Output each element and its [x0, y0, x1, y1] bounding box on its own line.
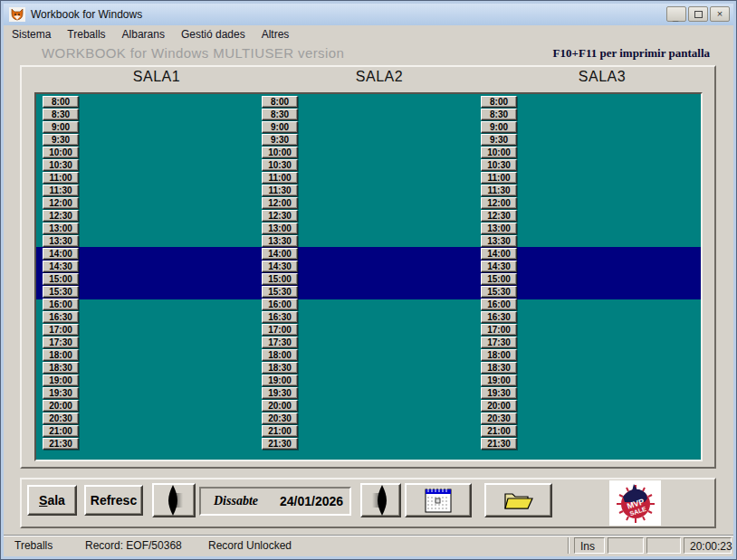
- time-button[interactable]: 11:00: [262, 172, 298, 184]
- sala-button[interactable]: Sala: [27, 485, 77, 516]
- time-button[interactable]: 15:00: [481, 273, 517, 285]
- time-button[interactable]: 12:00: [481, 197, 517, 209]
- time-button[interactable]: 12:30: [43, 210, 79, 222]
- time-button[interactable]: 21:30: [43, 438, 79, 450]
- time-button[interactable]: 11:30: [43, 185, 79, 196]
- time-button[interactable]: 16:30: [262, 311, 298, 323]
- close-button[interactable]: ×: [710, 6, 730, 22]
- time-button[interactable]: 16:00: [43, 299, 79, 310]
- menu-treballs[interactable]: Treballs: [59, 26, 113, 43]
- time-button[interactable]: 16:30: [43, 311, 79, 323]
- time-button[interactable]: 13:00: [43, 223, 79, 234]
- time-button[interactable]: 20:00: [481, 400, 517, 412]
- time-button[interactable]: 14:00: [43, 248, 79, 260]
- time-button[interactable]: 12:00: [262, 197, 298, 209]
- time-button[interactable]: 15:30: [481, 286, 517, 298]
- time-button[interactable]: 8:00: [262, 96, 298, 108]
- time-button[interactable]: 18:30: [481, 362, 517, 374]
- next-day-button[interactable]: [360, 483, 401, 517]
- time-button[interactable]: 11:00: [43, 172, 79, 184]
- time-button[interactable]: 19:30: [262, 387, 298, 399]
- title-bar[interactable]: Workbook for Windows _ ×: [4, 4, 733, 25]
- time-button[interactable]: 20:30: [43, 413, 79, 424]
- time-button[interactable]: 16:30: [481, 311, 517, 323]
- time-button[interactable]: 10:00: [481, 147, 517, 158]
- menu-altres[interactable]: Altres: [254, 26, 298, 43]
- time-button[interactable]: 12:30: [262, 210, 298, 222]
- time-button[interactable]: 19:30: [481, 387, 517, 399]
- time-button[interactable]: 19:00: [43, 375, 79, 386]
- time-button[interactable]: 9:30: [262, 134, 298, 146]
- time-button[interactable]: 21:00: [43, 425, 79, 437]
- time-button[interactable]: 9:30: [43, 134, 79, 146]
- time-button[interactable]: 13:00: [262, 223, 298, 234]
- time-button[interactable]: 18:00: [43, 349, 79, 361]
- time-button[interactable]: 14:00: [262, 248, 298, 260]
- time-button[interactable]: 8:30: [481, 109, 517, 120]
- time-button[interactable]: 11:30: [481, 185, 517, 196]
- menu-gestió-dades[interactable]: Gestió dades: [173, 26, 254, 43]
- time-button[interactable]: 19:00: [262, 375, 298, 386]
- time-button[interactable]: 12:00: [43, 197, 79, 209]
- time-button[interactable]: 15:30: [262, 286, 298, 298]
- time-button[interactable]: 11:30: [262, 185, 298, 196]
- time-button[interactable]: 9:00: [481, 121, 517, 133]
- time-button[interactable]: 19:00: [481, 375, 517, 386]
- time-button[interactable]: 10:30: [481, 159, 517, 171]
- menu-albarans[interactable]: Albarans: [114, 26, 173, 43]
- time-button[interactable]: 20:00: [43, 400, 79, 412]
- time-button[interactable]: 10:30: [43, 159, 79, 171]
- time-button[interactable]: 13:30: [481, 235, 517, 247]
- prev-day-button[interactable]: [152, 483, 196, 517]
- time-button[interactable]: 11:00: [481, 172, 517, 184]
- current-time-band: [36, 247, 701, 299]
- time-button[interactable]: 16:00: [262, 299, 298, 310]
- time-button[interactable]: 20:30: [262, 413, 298, 424]
- time-button[interactable]: 20:00: [262, 400, 298, 412]
- time-button[interactable]: 13:00: [481, 223, 517, 234]
- time-button[interactable]: 14:30: [481, 261, 517, 272]
- time-button[interactable]: 18:00: [262, 349, 298, 361]
- time-button[interactable]: 13:30: [262, 235, 298, 247]
- time-button[interactable]: 18:30: [43, 362, 79, 374]
- time-button[interactable]: 14:00: [481, 248, 517, 260]
- time-button[interactable]: 18:00: [481, 349, 517, 361]
- time-button[interactable]: 15:00: [262, 273, 298, 285]
- time-button[interactable]: 19:30: [43, 387, 79, 399]
- time-button[interactable]: 17:30: [262, 337, 298, 348]
- time-button[interactable]: 14:30: [43, 261, 79, 272]
- minimize-button[interactable]: _: [666, 6, 686, 22]
- refresc-button[interactable]: Refresc: [84, 485, 143, 516]
- time-button[interactable]: 14:30: [262, 261, 298, 272]
- maximize-button[interactable]: [688, 6, 708, 22]
- time-button[interactable]: 21:30: [262, 438, 298, 450]
- time-button[interactable]: 10:30: [262, 159, 298, 171]
- time-button[interactable]: 10:00: [43, 147, 79, 158]
- time-button[interactable]: 13:30: [43, 235, 79, 247]
- time-button[interactable]: 17:30: [43, 337, 79, 348]
- time-button[interactable]: 16:00: [481, 299, 517, 310]
- calendar-button[interactable]: [405, 483, 472, 517]
- time-button[interactable]: 21:00: [262, 425, 298, 437]
- time-button[interactable]: 8:00: [43, 96, 79, 108]
- time-button[interactable]: 17:00: [262, 324, 298, 336]
- time-button[interactable]: 20:30: [481, 413, 517, 424]
- time-button[interactable]: 18:30: [262, 362, 298, 374]
- time-button[interactable]: 15:00: [43, 273, 79, 285]
- time-button[interactable]: 8:30: [43, 109, 79, 120]
- time-button[interactable]: 17:30: [481, 337, 517, 348]
- time-button[interactable]: 9:00: [43, 121, 79, 133]
- time-button[interactable]: 9:30: [481, 134, 517, 146]
- menu-sistema[interactable]: Sistema: [4, 26, 59, 43]
- time-button[interactable]: 10:00: [262, 147, 298, 158]
- time-button[interactable]: 21:00: [481, 425, 517, 437]
- open-folder-button[interactable]: [484, 483, 552, 517]
- time-button[interactable]: 15:30: [43, 286, 79, 298]
- time-button[interactable]: 12:30: [481, 210, 517, 222]
- time-button[interactable]: 8:00: [481, 96, 517, 108]
- time-button[interactable]: 8:30: [262, 109, 298, 120]
- time-button[interactable]: 17:00: [481, 324, 517, 336]
- time-button[interactable]: 21:30: [481, 438, 517, 450]
- time-button[interactable]: 17:00: [43, 324, 79, 336]
- time-button[interactable]: 9:00: [262, 121, 298, 133]
